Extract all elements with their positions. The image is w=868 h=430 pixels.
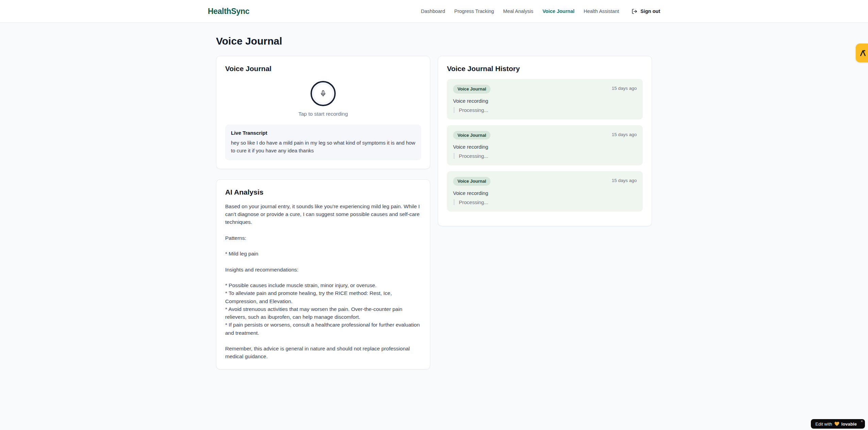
live-transcript-box: Live Transcript hey so like I do have a … <box>225 125 421 160</box>
entry-title: Voice recording <box>453 190 637 196</box>
entry-header: Voice Journal 15 days ago <box>453 131 637 140</box>
lovable-brand-label: lovable <box>841 421 857 427</box>
edit-with-label: Edit with <box>815 421 832 427</box>
edit-with-lovable-badge[interactable]: Edit with lovable × <box>811 419 865 429</box>
entry-header: Voice Journal 15 days ago <box>453 85 637 94</box>
mic-area: Tap to start recording <box>225 79 421 117</box>
ai-analysis-title: AI Analysis <box>225 188 421 196</box>
nav-item-meal-analysis[interactable]: Meal Analysis <box>503 9 533 14</box>
live-transcript-text: hey so like I do have a mild pain in my … <box>231 139 415 155</box>
entry-status: Processing... <box>454 153 637 159</box>
content-grid: Voice Journal Tap to start recording <box>216 56 652 369</box>
entry-timestamp: 15 days ago <box>612 85 637 91</box>
history-card-title: Voice Journal History <box>447 65 643 73</box>
primary-nav: Dashboard Progress Tracking Meal Analysi… <box>421 9 660 14</box>
voice-journal-history-card: Voice Journal History Voice Journal 15 d… <box>438 56 652 226</box>
voice-recorder-card: Voice Journal Tap to start recording <box>216 56 430 169</box>
page-title: Voice Journal <box>216 35 652 47</box>
logout-icon <box>632 9 637 14</box>
left-column: Voice Journal Tap to start recording <box>216 56 430 369</box>
entry-status: Processing... <box>454 107 637 113</box>
entry-title: Voice recording <box>453 144 637 150</box>
nav-item-voice-journal[interactable]: Voice Journal <box>542 9 574 14</box>
top-nav: HealthSync Dashboard Progress Tracking M… <box>0 0 868 23</box>
brand-logo[interactable]: HealthSync <box>208 7 249 16</box>
history-entry: Voice Journal 15 days ago Voice recordin… <box>447 171 643 212</box>
sign-out-label: Sign out <box>640 9 660 14</box>
nav-item-progress-tracking[interactable]: Progress Tracking <box>454 9 494 14</box>
entry-type-badge: Voice Journal <box>453 85 490 94</box>
entry-status: Processing... <box>454 199 637 205</box>
ai-analysis-body: Based on your journal entry, it sounds l… <box>225 202 421 361</box>
main-content: Voice Journal Voice Journal <box>216 23 652 369</box>
live-transcript-title: Live Transcript <box>231 130 415 136</box>
recorder-card-title: Voice Journal <box>225 65 421 73</box>
entry-header: Voice Journal 15 days ago <box>453 177 637 186</box>
history-entry: Voice Journal 15 days ago Voice recordin… <box>447 79 643 119</box>
ai-analysis-card: AI Analysis Based on your journal entry,… <box>216 179 430 369</box>
nav-item-health-assistant[interactable]: Health Assistant <box>584 9 619 14</box>
entry-timestamp: 15 days ago <box>612 131 637 137</box>
record-button[interactable] <box>311 81 336 106</box>
header-container: HealthSync Dashboard Progress Tracking M… <box>208 0 660 22</box>
right-column: Voice Journal History Voice Journal 15 d… <box>438 56 652 226</box>
heart-icon <box>834 421 839 426</box>
side-widget-badge[interactable] <box>856 44 868 62</box>
entry-type-badge: Voice Journal <box>453 131 490 140</box>
entry-type-badge: Voice Journal <box>453 177 490 186</box>
nav-item-dashboard[interactable]: Dashboard <box>421 9 445 14</box>
history-entry: Voice Journal 15 days ago Voice recordin… <box>447 125 643 166</box>
microphone-icon <box>320 90 327 97</box>
entry-title: Voice recording <box>453 98 637 104</box>
close-icon[interactable]: × <box>861 419 863 423</box>
tap-to-record-hint: Tap to start recording <box>298 111 348 117</box>
logomark-icon <box>859 49 867 57</box>
sign-out-button[interactable]: Sign out <box>632 9 660 14</box>
entry-timestamp: 15 days ago <box>612 177 637 183</box>
